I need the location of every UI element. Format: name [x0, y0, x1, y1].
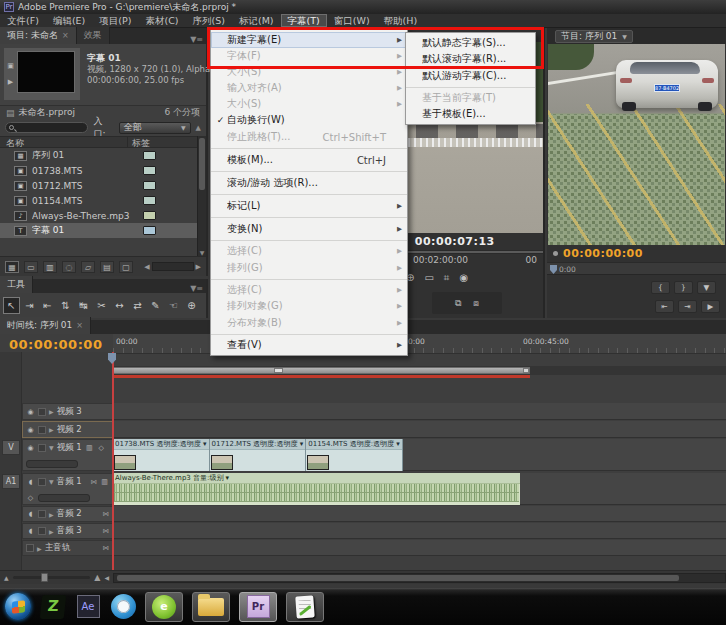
track-video1-header[interactable]: ◉ ▼ 视频 3 视频 1 ▥ ◇	[22, 439, 113, 471]
work-area-end-handle[interactable]	[523, 368, 529, 373]
tab-close-icon[interactable]: ×	[62, 31, 69, 40]
lock-toggle[interactable]	[38, 444, 46, 452]
project-scrollbar[interactable]: ▼	[197, 136, 206, 256]
menu-item[interactable]: 输入对齐(A) ▶	[211, 80, 407, 96]
tab-close-icon[interactable]: ×	[76, 321, 83, 330]
label-swatch[interactable]	[143, 166, 156, 175]
twirl-icon[interactable]: ▼	[49, 444, 54, 451]
scroll-left-icon[interactable]: ◀	[144, 263, 149, 271]
mark-out-button[interactable]: }	[674, 281, 693, 294]
program-playhead-icon[interactable]	[550, 265, 557, 274]
lock-toggle[interactable]	[38, 510, 46, 518]
set-display-style-icon[interactable]: ▥	[85, 444, 94, 452]
play-in-out-button[interactable]: ▶	[701, 300, 720, 313]
menubar-item[interactable]: 标记(M)	[232, 14, 281, 27]
track-audio2-content[interactable]	[113, 506, 726, 522]
new-bin-button[interactable]: ▱	[81, 261, 95, 273]
zoom-out-icon[interactable]: ▲	[4, 574, 9, 581]
track-audio3-header[interactable]: ◖ ▶ 音频 3 ⋈	[22, 523, 113, 539]
scroll-right-icon[interactable]: ▶	[196, 263, 201, 271]
tool-button[interactable]: ↔	[111, 297, 128, 314]
menu-item[interactable]: 选择(C) ▶	[211, 243, 407, 259]
track-video2-content[interactable]	[113, 421, 726, 438]
speaker-icon[interactable]: ◖	[26, 527, 35, 535]
go-to-in-button[interactable]: ⇤	[655, 300, 674, 313]
label-swatch[interactable]	[143, 211, 156, 220]
output-assign-icon[interactable]: ⋈	[91, 478, 98, 486]
filter-dropdown[interactable]: 全部 ▼	[119, 122, 191, 134]
taskbar-browser[interactable]: e	[145, 592, 183, 622]
clip-effect[interactable]: 透明度:透明度 ▾	[350, 440, 400, 448]
menu-item[interactable]: 排列(G) ▶	[211, 259, 407, 280]
menu-item[interactable]: 滚动/游动 选项(R)...	[211, 174, 407, 195]
lock-toggle[interactable]	[26, 544, 34, 552]
time-ruler[interactable]: 00:00 00:00:15:00 00:00:30:00 00:00:45:0…	[113, 334, 726, 354]
scrollbar-thumb[interactable]	[199, 138, 205, 190]
scrollbar-track[interactable]	[152, 262, 194, 271]
timeline-scrollbar[interactable]	[113, 573, 726, 583]
project-item-row[interactable]: ♪ Always-Be-There.mp3	[0, 208, 199, 223]
menu-item[interactable]: 查看(V) ▶	[211, 337, 407, 353]
video-target-badge[interactable]: V	[2, 440, 20, 455]
speaker-icon[interactable]: ◖	[26, 510, 35, 518]
overwrite-button[interactable]: ▭	[424, 272, 433, 284]
lock-toggle[interactable]	[38, 478, 46, 486]
track-master-header[interactable]: ▶ 主音轨 ⋈	[22, 540, 113, 556]
track-audio2-header[interactable]: ◖ ▶ 音频 2 ⋈	[22, 506, 113, 522]
taskbar-media-editor[interactable]: Z	[40, 594, 66, 620]
tab-timeline[interactable]: 时间线: 序列 01 ×	[0, 317, 91, 334]
horizontal-scrollbar[interactable]: ◀ ▶	[144, 262, 201, 271]
preview-thumbnail[interactable]: ▣ ▶	[4, 48, 80, 100]
output-assign-icon[interactable]: ⋈	[103, 527, 110, 535]
tool-button[interactable]: ✂	[93, 297, 110, 314]
automate-to-sequence-button[interactable]: ▥	[43, 261, 57, 273]
tool-button[interactable]: ☜	[165, 297, 182, 314]
column-name[interactable]: 名称	[0, 137, 128, 147]
project-item-row[interactable]: ▣ 01154.MTS	[0, 193, 199, 208]
drag-audio-icon[interactable]: ⧈	[473, 298, 479, 309]
taskbar-premiere[interactable]: Pr	[239, 592, 277, 622]
go-to-out-button[interactable]: ⇥	[678, 300, 697, 313]
safe-margins-button[interactable]: ⌗	[444, 272, 450, 284]
label-swatch[interactable]	[143, 151, 156, 160]
lock-toggle[interactable]	[38, 527, 46, 535]
twirl-icon[interactable]: ▶	[37, 545, 42, 552]
new-item-button[interactable]: ▤	[100, 261, 114, 273]
zoom-slider-thumb[interactable]	[41, 573, 48, 582]
lift-button[interactable]: ▼	[697, 281, 716, 294]
zoom-slider-track[interactable]	[13, 576, 91, 579]
start-button[interactable]	[5, 594, 31, 620]
timeline-video-clip[interactable]: 01154.MTS 透明度:透明度 ▾	[306, 439, 403, 471]
taskbar-notes[interactable]	[286, 592, 324, 622]
clip-effect[interactable]: 透明度:透明度 ▾	[157, 440, 207, 448]
lock-toggle[interactable]	[38, 408, 46, 416]
output-assign-icon[interactable]: ⋈	[103, 510, 110, 518]
tab-effects[interactable]: 效果	[77, 27, 110, 44]
menubar-item[interactable]: 窗口(W)	[327, 14, 377, 27]
twirl-icon[interactable]: ▶	[49, 426, 54, 433]
timeline-video-clip[interactable]: 01712.MTS 透明度:透明度 ▾	[210, 439, 307, 471]
tool-button[interactable]: ⇥	[21, 297, 38, 314]
track-master-content[interactable]	[113, 540, 726, 556]
speaker-icon[interactable]: ◖	[26, 478, 35, 486]
tool-button[interactable]: ↖	[3, 297, 20, 314]
keyframe-icon[interactable]: ◇	[97, 444, 106, 452]
taskbar-explorer[interactable]	[192, 592, 230, 622]
output-assign-icon[interactable]: ⋈	[103, 544, 110, 552]
title-bar[interactable]: Pr Adobe Premiere Pro - G:\premiere\未命名.…	[0, 0, 726, 14]
find-button[interactable]: ◌	[62, 261, 76, 273]
submenu-item[interactable]: 默认游动字幕(C)...	[406, 67, 535, 88]
submenu-item[interactable]: 基于当前字幕(T)	[406, 90, 535, 106]
playhead-line[interactable]	[112, 352, 114, 570]
export-frame-button[interactable]: ◉	[459, 272, 468, 284]
track-video1-content[interactable]: 01738.MTS 透明度:透明度 ▾ 01712.MTS 透明度:透明度 ▾ …	[113, 439, 726, 471]
track-video2-header[interactable]: ◉ ▶ 视频 2	[22, 421, 113, 438]
track-audio3-content[interactable]	[113, 523, 726, 539]
project-item-row[interactable]: ▣ 01712.MTS	[0, 178, 199, 193]
list-view-button[interactable]: ▦	[5, 261, 19, 273]
menu-item[interactable]: 大小(S) ▶	[211, 96, 407, 112]
project-item-row[interactable]: ▣ 01738.MTS	[0, 163, 199, 178]
menu-item[interactable]: 标记(L) ▶	[211, 197, 407, 218]
delete-button[interactable]: ▢	[119, 261, 133, 273]
menu-item[interactable]: 选择(C) ▶	[211, 282, 407, 298]
